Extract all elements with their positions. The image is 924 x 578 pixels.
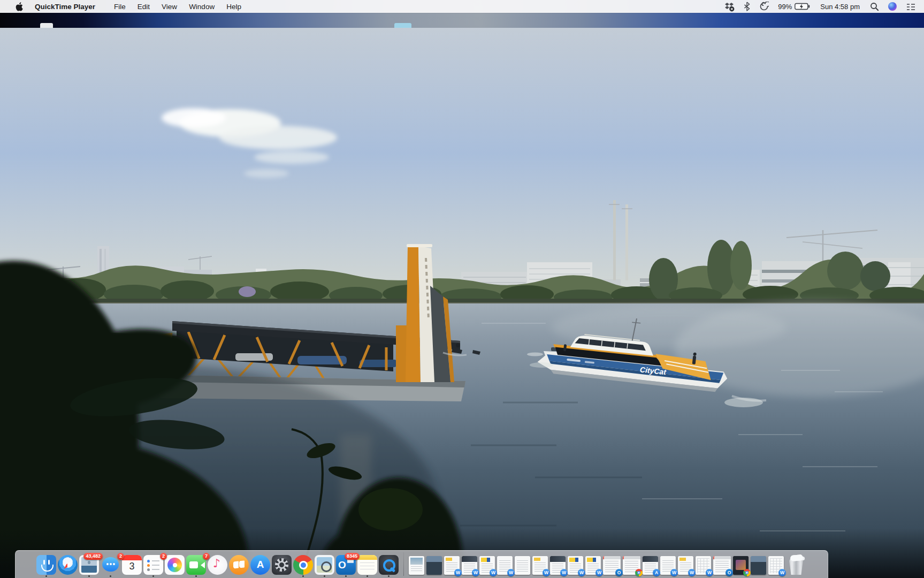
minimized-doc-thumbnail[interactable]: W (497, 556, 513, 575)
dock-item-outlook: 8345 (336, 555, 356, 577)
apple-logo-icon (16, 2, 23, 11)
dock-item-safari (58, 555, 78, 577)
menu-bar: QuickTime Player File Edit View Window H… (0, 0, 924, 13)
minimized-webpage-thumbnail[interactable]: W (550, 556, 566, 575)
menu-edit[interactable]: Edit (132, 0, 156, 13)
running-indicator (152, 575, 154, 577)
messages-app-icon[interactable]: 2 (101, 555, 120, 575)
photos-app-icon[interactable] (165, 555, 185, 575)
dock-item-sysprefs (272, 555, 292, 577)
word-badge-icon: W (778, 569, 786, 576)
trash-icon[interactable] (785, 554, 807, 575)
running-indicator (45, 575, 47, 577)
battery-percent: 99% (778, 3, 792, 11)
minimized-browser-thumbnail[interactable]: O (713, 556, 731, 575)
minimized-receipt-thumbnail[interactable]: W (444, 556, 460, 575)
bluetooth-icon[interactable] (742, 2, 752, 11)
chrome-badge-icon (635, 569, 643, 576)
word-badge-icon: W (706, 569, 713, 576)
minimized-receipt-thumbnail[interactable]: W (532, 556, 548, 575)
menu-file[interactable]: File (108, 0, 132, 13)
siri-icon[interactable] (886, 2, 899, 11)
minimized-sheet-thumbnail[interactable]: W (696, 556, 711, 575)
dock-apps: 43,48223278345 (36, 555, 399, 577)
dock-item-appstore (250, 555, 270, 577)
minimized-dark-thumbnail[interactable] (733, 556, 749, 575)
appstore-app-icon[interactable] (250, 555, 270, 575)
dock-minimized-item (751, 556, 766, 577)
facetime-app-icon[interactable]: 7 (186, 555, 206, 575)
minimized-photo-thumbnail[interactable] (426, 556, 442, 575)
minimized-receipt-yellow-thumbnail[interactable]: W (585, 556, 601, 575)
dock-minimized-item: W (768, 556, 784, 577)
dock-minimized-item: W (444, 556, 460, 577)
word-badge-icon: W (670, 569, 678, 576)
dock-trash (785, 554, 807, 577)
quicktime-app-icon[interactable] (379, 555, 399, 575)
app-menu-title[interactable]: QuickTime Player (29, 0, 108, 13)
minimized-photo-thumbnail[interactable] (751, 556, 766, 575)
chrome-app-icon[interactable] (293, 555, 313, 575)
sysprefs-app-icon[interactable] (272, 555, 292, 575)
dock-minimized-item (515, 556, 530, 577)
safari-app-icon[interactable] (58, 555, 78, 575)
notification-badge: 7 (203, 553, 210, 560)
minimized-pdf-thumbnail[interactable] (409, 556, 424, 575)
running-indicator-empty (217, 575, 218, 577)
minimized-doc-thumbnail[interactable]: W (660, 556, 676, 575)
word-badge-icon: W (595, 569, 603, 576)
quicktime-fullscreen-video[interactable]: CityCat (0, 28, 924, 578)
mail-app-icon[interactable]: 43,482 (79, 555, 99, 575)
notification-center-icon[interactable] (904, 3, 918, 11)
dock-item-itunes (208, 555, 227, 577)
menu-bar-clock[interactable]: Sun 4:58 pm (817, 3, 863, 11)
minimized-sheet-thumbnail[interactable]: W (768, 556, 784, 575)
dock-minimized-item: W (479, 556, 495, 577)
calendar-date: 3 (122, 561, 142, 572)
minimized-receipt-yellow-thumbnail[interactable]: W (479, 556, 495, 575)
minimized-webpage-thumbnail[interactable]: A (643, 556, 658, 575)
battery-charging-icon (795, 3, 810, 10)
running-indicator (388, 575, 390, 577)
dock-item-calendar: 3 (122, 555, 142, 577)
reminders-app-icon[interactable]: 2 (143, 555, 163, 575)
dock-minimized-item: W (550, 556, 566, 577)
dock-minimized: WWWWWWWWOAWWWOW (409, 556, 784, 577)
swirl-status-icon[interactable] (757, 2, 771, 11)
minimized-receipt-thumbnail[interactable]: W (678, 556, 693, 575)
dock-minimized-item (733, 556, 749, 577)
running-indicator (302, 575, 304, 577)
running-indicator (345, 575, 347, 577)
minimized-webpage-thumbnail[interactable]: W (462, 556, 477, 575)
dock-minimized-item (409, 556, 424, 577)
running-indicator-empty (259, 575, 261, 577)
dock-item-messages: 2 (101, 555, 120, 577)
minimized-receipt-yellow-thumbnail[interactable]: W (568, 556, 583, 575)
dock-item-photos (165, 555, 185, 577)
menu-bar-left: QuickTime Player File Edit View Window H… (0, 0, 247, 13)
spotlight-search-icon[interactable] (868, 2, 881, 11)
apple-menu[interactable] (10, 0, 29, 13)
running-indicator (324, 575, 325, 577)
running-indicator-empty (281, 575, 282, 577)
menu-view[interactable]: View (156, 0, 183, 13)
dropbox-paused-icon[interactable] (722, 2, 737, 12)
battery-status[interactable]: 99% (776, 3, 812, 11)
menu-help[interactable]: Help (220, 0, 247, 13)
running-indicator-empty (67, 575, 68, 577)
ibooks-app-icon[interactable] (229, 555, 249, 575)
preview-app-icon[interactable] (315, 555, 334, 575)
word-badge-icon: W (507, 569, 515, 576)
running-indicator-empty (238, 575, 240, 577)
dock-item-mail: 43,482 (79, 555, 99, 577)
outlook-app-icon[interactable]: 8345 (336, 555, 356, 575)
itunes-app-icon[interactable] (208, 555, 227, 575)
finder-app-icon[interactable] (36, 555, 56, 575)
minimized-browser-thumbnail[interactable] (623, 556, 640, 575)
minimized-browser-thumbnail[interactable]: O (603, 556, 621, 575)
dock-item-preview (315, 555, 334, 577)
calendar-app-icon[interactable]: 3 (122, 555, 142, 575)
notes-app-icon[interactable] (357, 555, 377, 575)
menu-window[interactable]: Window (183, 0, 220, 13)
minimized-doc-thumbnail[interactable] (515, 556, 530, 575)
